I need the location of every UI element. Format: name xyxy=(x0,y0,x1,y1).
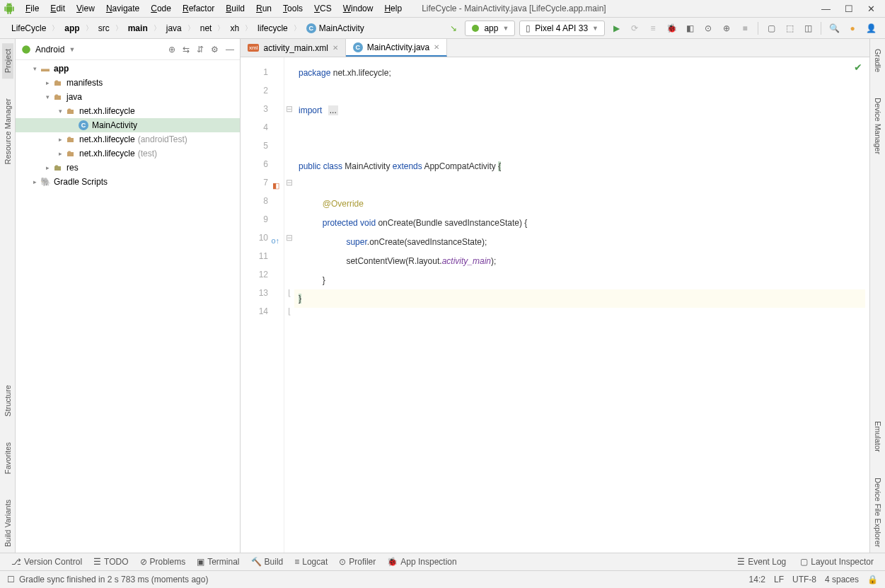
menu-file[interactable]: File xyxy=(20,2,45,15)
tool-tab-layout-inspector[interactable]: ▢Layout Inspector xyxy=(794,555,879,568)
structure-tool-tab[interactable]: Structure xyxy=(2,379,13,422)
resource-manager-tool-tab[interactable]: Resource Manager xyxy=(2,93,13,171)
menu-help[interactable]: Help xyxy=(378,2,407,15)
fold-toggle[interactable] xyxy=(284,247,294,265)
fold-toggle[interactable] xyxy=(284,192,294,210)
project-view-selector[interactable]: Android xyxy=(35,45,64,54)
breadcrumb-item[interactable]: C MainActivity xyxy=(302,22,369,35)
hide-icon[interactable]: — xyxy=(226,45,234,54)
tool-tab-problems[interactable]: ⊘Problems xyxy=(134,555,192,568)
run-button[interactable]: ▶ xyxy=(609,21,623,35)
help-icon[interactable]: ● xyxy=(845,21,860,35)
select-opened-file-icon[interactable]: ⊕ xyxy=(168,45,175,54)
caret-position[interactable]: 14:2 xyxy=(749,575,765,584)
minimize-button[interactable]: — xyxy=(821,4,831,14)
collapse-all-icon[interactable]: ⇵ xyxy=(197,45,204,54)
close-tab-icon[interactable]: ✕ xyxy=(434,43,439,51)
fold-toggle[interactable]: ⊟ xyxy=(284,229,294,247)
tree-item[interactable]: ▾🖿java xyxy=(16,90,240,104)
apply-code-icon[interactable]: ≡ xyxy=(646,21,660,35)
tree-item[interactable]: ▸🖿net.xh.lifecycle(test) xyxy=(16,146,240,161)
fold-toggle[interactable] xyxy=(284,137,294,155)
indent-settings[interactable]: 4 spaces xyxy=(825,575,859,584)
device-manager-tool-tab[interactable]: Device Manager xyxy=(872,92,884,160)
breadcrumb-item[interactable]: LifeCycle xyxy=(7,22,50,35)
file-encoding[interactable]: UTF-8 xyxy=(792,575,816,584)
fold-toggle[interactable]: ⊟ xyxy=(284,100,294,118)
close-tab-icon[interactable]: ✕ xyxy=(332,44,338,52)
profile-icon[interactable]: ⊙ xyxy=(701,21,715,35)
fold-toggle[interactable]: ⌊ xyxy=(284,284,294,302)
breadcrumb-item[interactable]: lifecycle xyxy=(253,22,292,35)
tool-tab-event-log[interactable]: ☰Event Log xyxy=(731,555,792,568)
read-lock-icon[interactable]: 🔒 xyxy=(867,575,878,584)
tree-item[interactable]: ▸🖿manifests xyxy=(16,76,240,90)
stop-button[interactable]: ■ xyxy=(738,21,752,35)
gradle-tool-tab[interactable]: Gradle xyxy=(872,43,884,78)
run-configuration-selector[interactable]: app ▼ xyxy=(465,21,515,36)
fold-toggle[interactable] xyxy=(284,81,294,100)
device-selector[interactable]: ▯ Pixel 4 API 33 ▼ xyxy=(519,21,605,36)
attach-debugger-icon[interactable]: ⊕ xyxy=(719,21,734,35)
settings-icon[interactable]: ⚙ xyxy=(211,45,219,54)
menu-code[interactable]: Code xyxy=(145,2,177,15)
tool-tab-version-control[interactable]: ⎇Version Control xyxy=(6,555,88,568)
breadcrumb-item[interactable]: net xyxy=(196,22,216,35)
fold-toggle[interactable] xyxy=(284,118,294,137)
sdk-manager-icon[interactable]: ⬚ xyxy=(782,21,797,35)
breadcrumb-item[interactable]: java xyxy=(162,22,186,35)
tree-item[interactable]: ▾▬app xyxy=(16,62,240,76)
search-everywhere-icon[interactable]: 🔍 xyxy=(827,21,841,35)
menu-vcs[interactable]: VCS xyxy=(308,2,337,15)
apply-changes-icon[interactable]: ⟳ xyxy=(627,21,642,35)
tree-item[interactable]: ▸🖿net.xh.lifecycle(androidTest) xyxy=(16,132,240,146)
tool-tab-todo[interactable]: ☰TODO xyxy=(88,555,134,568)
editor-tab[interactable]: CMainActivity.java✕ xyxy=(346,39,447,57)
menu-build[interactable]: Build xyxy=(220,2,250,15)
resource-manager-icon[interactable]: ◫ xyxy=(801,21,815,35)
menu-view[interactable]: View xyxy=(71,2,100,15)
emulator-tool-tab[interactable]: Emulator xyxy=(872,415,884,458)
tool-tab-terminal[interactable]: ▣Terminal xyxy=(191,555,245,568)
fold-toggle[interactable] xyxy=(284,155,294,173)
tool-tab-profiler[interactable]: ⊙Profiler xyxy=(333,555,381,568)
expand-all-icon[interactable]: ⇆ xyxy=(183,45,190,54)
breadcrumb-item[interactable]: src xyxy=(94,22,114,35)
maximize-button[interactable]: ☐ xyxy=(845,4,853,14)
tool-tab-app-inspection[interactable]: 🐞App Inspection xyxy=(381,555,462,568)
favorites-tool-tab[interactable]: Favorites xyxy=(2,437,13,480)
line-separator[interactable]: LF xyxy=(774,575,784,584)
fold-toggle[interactable]: ⊟ xyxy=(284,173,294,192)
fold-toggle[interactable]: ⌊ xyxy=(284,302,294,321)
device-file-explorer-tool-tab[interactable]: Device File Explorer xyxy=(872,472,884,553)
tool-tab-build[interactable]: 🔨Build xyxy=(245,555,289,568)
menu-edit[interactable]: Edit xyxy=(45,2,71,15)
inspection-ok-icon[interactable]: ✔ xyxy=(854,62,862,73)
close-button[interactable]: ✕ xyxy=(867,4,875,14)
menu-navigate[interactable]: Navigate xyxy=(100,2,145,15)
breadcrumb-item[interactable]: main xyxy=(124,22,152,35)
breadcrumb-item[interactable]: app xyxy=(60,22,83,35)
fold-toggle[interactable] xyxy=(284,265,294,284)
fold-toggle[interactable] xyxy=(284,210,294,229)
menu-refactor[interactable]: Refactor xyxy=(177,2,220,15)
build-variants-tool-tab[interactable]: Build Variants xyxy=(2,494,13,553)
sync-icon[interactable]: ↘ xyxy=(446,21,461,35)
project-tool-tab[interactable]: Project xyxy=(2,43,13,79)
code-editor[interactable]: package net.xh.lifecycle; import ... pub… xyxy=(294,57,869,553)
tree-item[interactable]: ▸🖿res xyxy=(16,161,240,175)
fold-toggle[interactable] xyxy=(284,63,294,81)
breadcrumb-item[interactable]: xh xyxy=(226,22,243,35)
editor-tab[interactable]: xmlactivity_main.xml✕ xyxy=(241,39,346,57)
tool-tab-logcat[interactable]: ≡Logcat xyxy=(289,555,333,568)
debug-button[interactable]: 🐞 xyxy=(664,21,678,35)
tree-item[interactable]: CMainActivity xyxy=(16,118,240,132)
menu-tools[interactable]: Tools xyxy=(277,2,308,15)
tree-item[interactable]: ▸🐘Gradle Scripts xyxy=(16,175,240,189)
tree-item[interactable]: ▾🖿net.xh.lifecycle xyxy=(16,104,240,118)
account-icon[interactable]: 👤 xyxy=(864,21,878,35)
project-tree[interactable]: ▾▬app▸🖿manifests▾🖿java▾🖿net.xh.lifecycle… xyxy=(16,60,240,553)
menu-window[interactable]: Window xyxy=(337,2,379,15)
coverage-icon[interactable]: ◧ xyxy=(683,21,697,35)
menu-run[interactable]: Run xyxy=(250,2,277,15)
